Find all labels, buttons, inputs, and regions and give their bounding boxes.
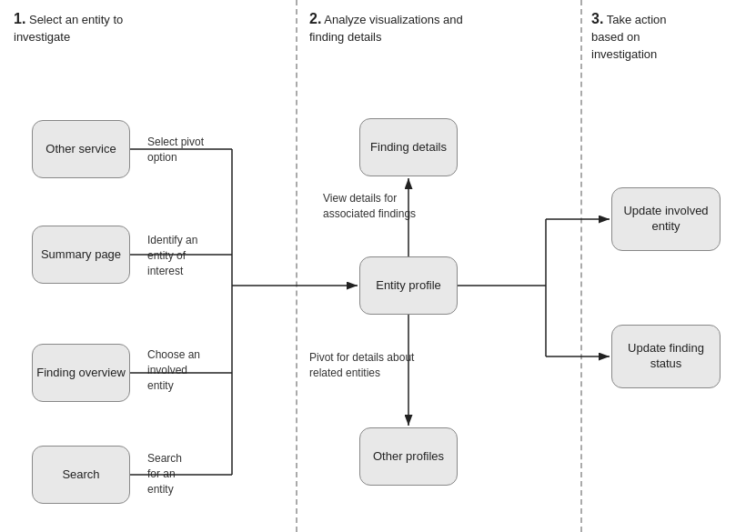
identify-entity-label: Identify anentity ofinterest xyxy=(147,233,197,278)
col1-header: 1. Select an entity toinvestigate xyxy=(14,9,277,46)
update-finding-box: Update finding status xyxy=(611,325,721,388)
col3-number: 3. xyxy=(591,11,603,26)
col3-header: 3. Take actionbased oninvestigation xyxy=(591,9,751,63)
choose-entity-label: Choose aninvolvedentity xyxy=(147,347,200,393)
entity-profile-box: Entity profile xyxy=(359,256,458,315)
other-service-box: Other service xyxy=(32,120,130,178)
col2-number: 2. xyxy=(309,11,321,26)
other-service-label: Other service xyxy=(45,142,116,157)
update-finding-label: Update finding status xyxy=(612,341,720,372)
finding-details-label: Finding details xyxy=(370,140,447,156)
other-profiles-box: Other profiles xyxy=(359,427,458,486)
search-box: Search xyxy=(32,446,130,504)
col2-header: 2. Analyze visualizations andfinding det… xyxy=(309,9,573,46)
view-findings-label: View details forassociated findings xyxy=(323,191,487,222)
other-profiles-label: Other profiles xyxy=(373,449,444,465)
summary-page-label: Summary page xyxy=(41,247,121,263)
update-involved-box: Update involved entity xyxy=(611,187,721,251)
finding-overview-label: Finding overview xyxy=(36,366,126,381)
separator-1 xyxy=(296,0,297,532)
finding-overview-box: Finding overview xyxy=(32,344,130,402)
col1-number: 1. xyxy=(14,11,25,26)
col3-title: Take actionbased oninvestigation xyxy=(591,13,667,61)
separator-2 xyxy=(580,0,582,532)
diagram: 1. Select an entity toinvestigate 2. Ana… xyxy=(0,0,756,532)
update-involved-label: Update involved entity xyxy=(612,204,720,235)
col1-title: Select an entity toinvestigate xyxy=(14,13,123,44)
select-pivot-label: Select pivotoption xyxy=(147,135,204,166)
col2-title: Analyze visualizations andfinding detail… xyxy=(309,13,463,44)
search-entity-label: Searchfor anentity xyxy=(147,451,182,497)
pivot-details-label: Pivot for details aboutrelated entities xyxy=(309,350,491,381)
summary-page-box: Summary page xyxy=(32,226,130,284)
entity-profile-label: Entity profile xyxy=(376,278,441,294)
search-label: Search xyxy=(62,467,99,483)
finding-details-box: Finding details xyxy=(359,118,458,176)
